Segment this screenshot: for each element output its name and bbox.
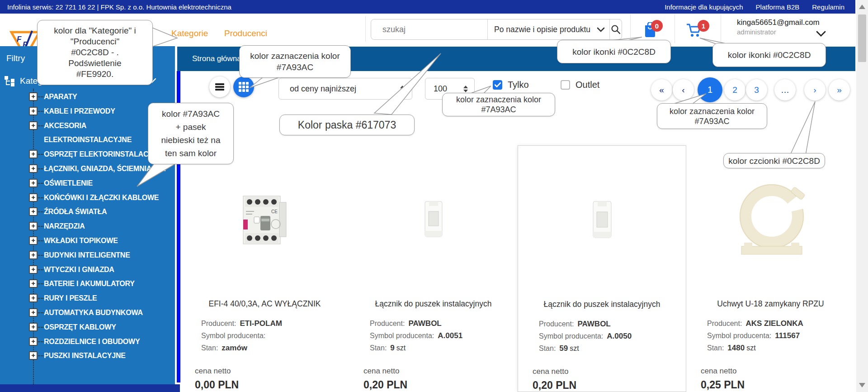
expand-plus-icon[interactable]: + xyxy=(29,107,38,115)
expand-plus-icon[interactable]: + xyxy=(29,92,38,101)
sort-select[interactable]: od ceny najniższej xyxy=(278,78,412,100)
annotation-sidebar-color: kolor #7A93AC + pasek niebieski też na t… xyxy=(148,103,234,164)
product-title[interactable]: Łącznik do puszek instalacyjnych xyxy=(523,300,681,309)
product-title[interactable]: Uchwyt U-18 zamykany RPZU xyxy=(691,299,850,309)
category-item[interactable]: +PUSZKI INSTALACYJNE xyxy=(0,349,175,363)
product-title[interactable]: Łącznik do puszek instalacyjnych xyxy=(354,299,513,309)
price-value: 0,25 PLN xyxy=(701,379,745,391)
expand-plus-icon[interactable]: + xyxy=(29,207,38,216)
nav-kategorie[interactable]: Kategorie xyxy=(171,29,208,38)
category-item[interactable]: +NARZĘDZIA xyxy=(0,219,175,234)
only-available-checkbox-row[interactable]: Tylko xyxy=(493,80,529,90)
pagination-last[interactable]: » xyxy=(829,79,850,100)
category-item[interactable]: +BATERIE I AKUMULATORY xyxy=(0,277,175,291)
product-card[interactable]: Łącznik do puszek instalacyjnych Produce… xyxy=(349,145,518,392)
link-regulamin[interactable]: Regulamin xyxy=(812,3,844,11)
producent-value: PAWBOL xyxy=(408,319,441,328)
search-input[interactable] xyxy=(371,19,487,39)
pagination-prev[interactable]: ‹ xyxy=(673,79,694,100)
category-item[interactable]: +BUDYNKI INTELIGENTNE xyxy=(0,248,175,263)
expand-plus-icon[interactable]: + xyxy=(29,193,38,202)
pagination-page-2[interactable]: 2 xyxy=(724,79,745,100)
annotation-bar-color: Kolor paska #617073 xyxy=(279,115,415,135)
scroll-up-icon[interactable] xyxy=(859,5,865,9)
tree-icon xyxy=(5,76,15,86)
category-item[interactable]: +AUTOMATYKA BUDYNKOWA xyxy=(0,306,175,320)
grid-view-icon xyxy=(239,82,249,92)
grid-view-button[interactable] xyxy=(233,76,254,97)
checkbox-checked-icon[interactable] xyxy=(493,80,502,90)
category-item[interactable]: +ŁĄCZNIKI, GNIAZDA, ŚCIEMNIACZE xyxy=(0,162,175,176)
pagination-first[interactable]: « xyxy=(651,79,672,100)
header-divider xyxy=(630,14,631,43)
user-chevron-down-icon[interactable] xyxy=(816,31,826,37)
category-item[interactable]: +ROZDZIELNICE I OBUDOWY xyxy=(0,335,175,349)
search-icon xyxy=(611,24,621,34)
user-email: kinga56651@gmail.com xyxy=(737,18,833,27)
product-image xyxy=(349,179,518,260)
link-platforma-b2b[interactable]: Platforma B2B xyxy=(756,3,800,11)
expand-plus-icon[interactable]: + xyxy=(29,236,38,245)
page-size-value: 100 xyxy=(434,84,447,94)
category-item[interactable]: +WTYCZKI I GNIAZDA xyxy=(0,263,175,277)
svg-text:F: F xyxy=(17,35,22,43)
expand-plus-icon[interactable]: + xyxy=(29,294,38,302)
header-divider xyxy=(675,14,675,43)
pagination-ellipsis[interactable]: … xyxy=(774,79,796,100)
product-image xyxy=(686,179,855,260)
sidebar: Filtry Kategorie +APARATY +KABLE I PRZEW… xyxy=(0,46,175,384)
pagination-next[interactable]: › xyxy=(804,79,826,100)
stan-value: 9 xyxy=(390,344,394,352)
sort-value: od ceny najniższej xyxy=(290,84,356,94)
category-item[interactable]: +OŚWIETLENIE xyxy=(0,176,175,191)
producent-value: ETI-POLAM xyxy=(240,319,282,328)
orders-badge: 0 xyxy=(651,20,663,32)
expand-plus-icon[interactable]: + xyxy=(29,164,38,173)
breadcrumb[interactable]: Strona główna xyxy=(192,54,241,63)
category-item[interactable]: +ŹRÓDŁA ŚWIATŁA xyxy=(0,205,175,219)
search-scope-select[interactable]: Po nazwie i opisie produktu xyxy=(487,19,609,39)
search-button[interactable] xyxy=(609,19,622,39)
category-item[interactable]: +OSPRZĘT KABLOWY xyxy=(0,320,175,335)
stan-value: 1480 xyxy=(727,344,745,352)
expand-plus-icon[interactable]: + xyxy=(29,179,38,187)
stepper-arrows-icon xyxy=(463,86,468,92)
expand-plus-icon[interactable]: + xyxy=(29,279,38,288)
category-item[interactable]: +WKŁADKI TOPIKOWE xyxy=(0,234,175,248)
scroll-down-icon[interactable] xyxy=(859,383,865,387)
product-card[interactable]: Uchwyt U-18 zamykany RPZU Producent:AKS … xyxy=(686,145,855,392)
pagination-page-1[interactable]: 1 xyxy=(698,77,722,102)
product-card-hovered[interactable]: Łącznik do puszek instalacyjnych Produce… xyxy=(518,145,686,392)
expand-plus-icon[interactable]: + xyxy=(29,251,38,259)
only-label: Tylko xyxy=(508,80,529,90)
list-view-button[interactable] xyxy=(209,76,230,97)
expand-plus-icon[interactable]: + xyxy=(29,150,38,158)
expand-plus-icon[interactable]: + xyxy=(29,265,38,274)
expand-plus-icon[interactable]: + xyxy=(29,323,38,331)
expand-plus-icon[interactable]: + xyxy=(29,351,38,360)
category-item[interactable]: +APARATY xyxy=(0,90,175,104)
symbol-value: A.0051 xyxy=(438,331,462,340)
producent-value: PAWBOL xyxy=(577,320,610,328)
pagination-page-3[interactable]: 3 xyxy=(746,79,767,100)
link-informacje[interactable]: Informacje dla kupujących xyxy=(665,3,743,11)
expand-plus-icon[interactable]: + xyxy=(29,337,38,346)
expand-plus-icon[interactable]: + xyxy=(29,121,38,130)
outlet-checkbox-row[interactable]: Outlet xyxy=(561,80,599,90)
category-item[interactable]: +RURY I PESZLE xyxy=(0,291,175,306)
app-window: Infolinia serwis: 22 721 16 22 | FPK Sp.… xyxy=(0,0,868,392)
page-scrollbar[interactable] xyxy=(856,0,868,392)
expand-plus-icon[interactable]: + xyxy=(29,222,38,230)
filters-title: Filtry xyxy=(6,53,25,63)
checkbox-unchecked-icon[interactable] xyxy=(561,80,570,90)
product-title[interactable]: EFI-4 40/0,3A, AC WYŁĄCZNIK xyxy=(185,299,344,309)
chevron-down-icon xyxy=(597,27,605,32)
nav-producenci[interactable]: Producenci xyxy=(224,29,267,38)
sort-arrows-icon xyxy=(400,86,405,92)
expand-plus-icon[interactable]: + xyxy=(29,308,38,317)
product-card[interactable]: CE EFI-4 40/0,3A, AC WYŁĄCZNIK Producent… xyxy=(180,145,349,392)
price-value: 0,20 PLN xyxy=(363,379,407,391)
category-item[interactable]: +KOŃCÓWKI I ZŁĄCZKI KABLOWE xyxy=(0,191,175,205)
scrollbar-thumb[interactable] xyxy=(858,14,866,62)
outlet-label: Outlet xyxy=(576,80,599,90)
